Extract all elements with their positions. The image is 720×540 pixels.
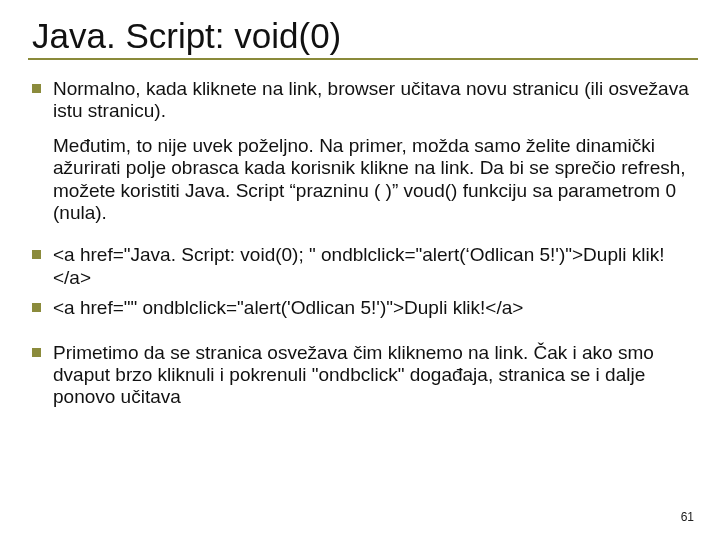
bullet-text: <a href="Java. Script: void(0); " ondblc… bbox=[53, 244, 698, 289]
paragraph-text: Međutim, to nije uvek poželjno. Na prime… bbox=[32, 135, 698, 225]
bullet-item: Primetimo da se stranica osvežava čim kl… bbox=[32, 342, 698, 409]
title-underline: Java. Script: void(0) bbox=[28, 16, 698, 60]
square-bullet-icon bbox=[32, 348, 41, 357]
square-bullet-icon bbox=[32, 303, 41, 312]
bullet-text: Primetimo da se stranica osvežava čim kl… bbox=[53, 342, 698, 409]
slide-title: Java. Script: void(0) bbox=[28, 16, 698, 56]
slide-body: Normalno, kada kliknete na link, browser… bbox=[28, 78, 698, 409]
bullet-item: <a href="Java. Script: void(0); " ondblc… bbox=[32, 244, 698, 289]
bullet-item: <a href="" ondblclick="alert('Odlican 5!… bbox=[32, 297, 698, 319]
bullet-item: Normalno, kada kliknete na link, browser… bbox=[32, 78, 698, 123]
slide: Java. Script: void(0) Normalno, kada kli… bbox=[0, 0, 720, 540]
square-bullet-icon bbox=[32, 84, 41, 93]
square-bullet-icon bbox=[32, 250, 41, 259]
page-number: 61 bbox=[681, 510, 694, 524]
bullet-text: Normalno, kada kliknete na link, browser… bbox=[53, 78, 698, 123]
bullet-text: <a href="" ondblclick="alert('Odlican 5!… bbox=[53, 297, 698, 319]
spacer bbox=[32, 328, 698, 342]
